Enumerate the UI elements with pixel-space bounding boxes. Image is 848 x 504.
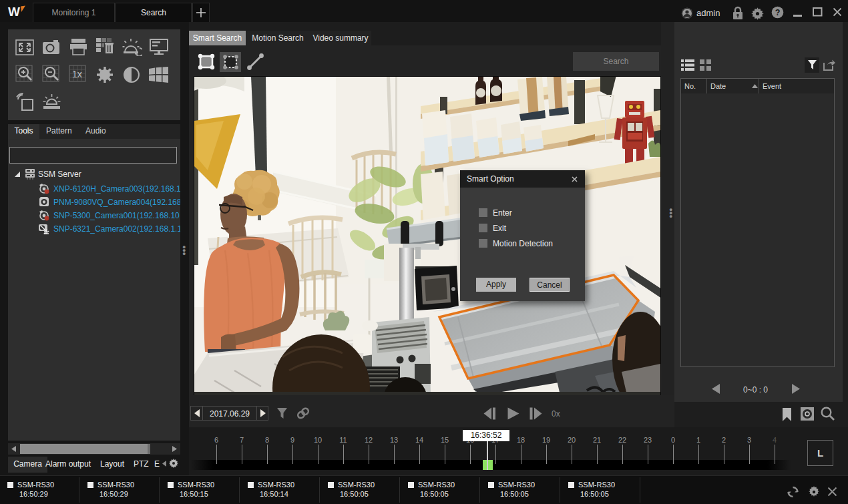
svg-text:?: ? xyxy=(775,8,781,17)
svg-text:W: W xyxy=(8,5,20,19)
svg-text:1x: 1x xyxy=(72,69,82,79)
